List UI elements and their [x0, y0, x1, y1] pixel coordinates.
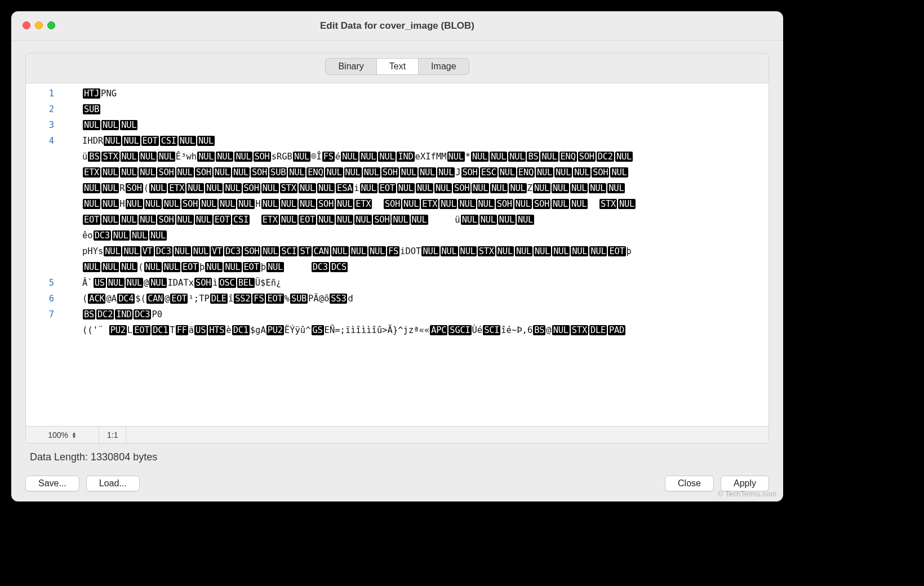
control-char: SOH: [243, 246, 260, 256]
control-char: NUL: [461, 215, 478, 225]
control-char: NUL: [434, 183, 452, 193]
control-char: NUL: [261, 246, 279, 256]
control-char: NUL: [368, 246, 386, 256]
control-char: NUL: [120, 262, 137, 272]
line-content: IHDRNULNULEOTCSINULNUL: [82, 133, 768, 149]
control-char: SOH: [317, 199, 335, 209]
control-char: NUL: [149, 183, 167, 193]
code-line: êoDC3NULNULNUL: [26, 228, 768, 243]
zoom-level[interactable]: 100% ▲▼: [26, 427, 99, 443]
control-char: SGCI: [448, 325, 471, 335]
code-line: 4IHDRNULNULEOTCSINULNUL: [26, 133, 768, 149]
control-char: PU2: [266, 325, 284, 335]
control-char: STX: [599, 199, 617, 209]
control-char: NUL: [533, 183, 550, 193]
control-char: NUL: [477, 199, 495, 209]
zoom-stepper-icon[interactable]: ▲▼: [72, 432, 77, 438]
control-char: NUL: [280, 199, 297, 209]
control-char: CAN: [313, 246, 330, 256]
control-char: SOH: [592, 167, 609, 177]
main-area: Binary Text Image 1HTJPNG2SUB3NULNULNUL4…: [11, 41, 783, 471]
control-char: NUL: [101, 167, 119, 177]
editor-frame: Binary Text Image 1HTJPNG2SUB3NULNULNUL4…: [25, 53, 769, 443]
control-char: SOH: [381, 167, 399, 177]
control-char: NUL: [122, 246, 140, 256]
control-char: NUL: [101, 199, 119, 209]
control-char: NUL: [441, 246, 458, 256]
control-char: NUL: [350, 246, 367, 256]
control-char: NUL: [540, 152, 558, 162]
control-char: VT: [141, 246, 154, 256]
tab-image[interactable]: Image: [418, 59, 468, 74]
zoom-window-button[interactable]: [47, 21, 55, 29]
control-char: DC1: [152, 325, 169, 335]
line-content: HTJPNG: [82, 86, 768, 101]
control-char: NUL: [101, 215, 119, 225]
control-char: NUL: [205, 262, 223, 272]
control-char: EOT: [299, 215, 316, 225]
control-char: ENQ: [517, 167, 535, 177]
control-char: NUL: [552, 325, 570, 335]
control-char: NUL: [174, 246, 191, 256]
control-char: NUL: [224, 183, 241, 193]
control-char: NUL: [219, 199, 236, 209]
control-char: NUL: [471, 152, 488, 162]
line-content: NULNULNUL: [82, 117, 768, 133]
control-char: NUL: [496, 246, 514, 256]
control-char: FS: [252, 294, 265, 304]
control-char: SCI: [280, 246, 297, 256]
control-char: NUL: [479, 215, 497, 225]
control-char: NUL: [378, 152, 396, 162]
control-char: ENQ: [306, 167, 324, 177]
control-char: NUL: [293, 152, 310, 162]
line-content: EOTNULNULNULSOHNULNULEOTCSI ETXNULEOTNUL…: [82, 212, 768, 228]
control-char: NUL: [421, 246, 439, 256]
control-char: NUL: [439, 199, 457, 209]
control-char: NUL: [552, 246, 570, 256]
control-char: EOT: [214, 215, 231, 225]
editor-body: 1HTJPNG2SUB3NULNULNUL4IHDRNULNULEOTCSINU…: [26, 83, 768, 443]
tab-text[interactable]: Text: [376, 59, 418, 74]
control-char: NUL: [419, 167, 436, 177]
control-char: SOH: [157, 215, 175, 225]
line-number: 2: [26, 101, 82, 117]
control-char: NUL: [121, 152, 138, 162]
control-char: EOT: [243, 262, 260, 272]
control-char: ESC: [480, 167, 497, 177]
control-char: SOH: [194, 278, 212, 288]
line-number: [26, 165, 82, 180]
line-number: 3: [26, 117, 82, 133]
control-char: BS: [533, 325, 545, 335]
control-char: FS: [322, 152, 335, 162]
control-char: SOH: [578, 152, 596, 162]
control-char: SOH: [195, 167, 212, 177]
control-char: NUL: [336, 215, 353, 225]
control-char: NUL: [158, 152, 175, 162]
tab-binary[interactable]: Binary: [326, 59, 376, 74]
control-char: ST: [299, 246, 311, 256]
close-window-button[interactable]: [23, 21, 30, 29]
code-line: 3NULNULNUL: [26, 117, 768, 133]
control-char: DC2: [597, 152, 614, 162]
control-char: NUL: [509, 183, 526, 193]
control-char: SOH: [157, 167, 175, 177]
mode-tabbar: Binary Text Image: [26, 54, 768, 83]
apply-button[interactable]: Apply: [721, 476, 769, 491]
line-content: (('¨ PU2LEOTDC1TFFäUSHTSèDC1$gAPU2ËÝÿû^G…: [82, 322, 768, 338]
minimize-window-button[interactable]: [35, 21, 43, 29]
code-line: EOTNULNULNULSOHNULNULEOTCSI ETXNULEOTNUL…: [26, 212, 768, 228]
control-char: SCI: [483, 325, 500, 335]
control-char: NUL: [197, 136, 215, 146]
control-char: NUL: [195, 215, 212, 225]
load-button[interactable]: Load...: [86, 476, 140, 491]
control-char: NUL: [400, 167, 417, 177]
control-char: NUL: [120, 120, 137, 130]
text-editor[interactable]: 1HTJPNG2SUB3NULNULNUL4IHDRNULNULEOTCSINU…: [26, 83, 768, 426]
save-button[interactable]: Save...: [25, 476, 79, 491]
control-char: NUL: [363, 167, 380, 177]
control-char: EOT: [170, 294, 188, 304]
control-char: NUL: [299, 199, 316, 209]
control-char: SUB: [83, 104, 100, 114]
close-button[interactable]: Close: [665, 476, 714, 491]
control-char: NUL: [107, 278, 125, 288]
